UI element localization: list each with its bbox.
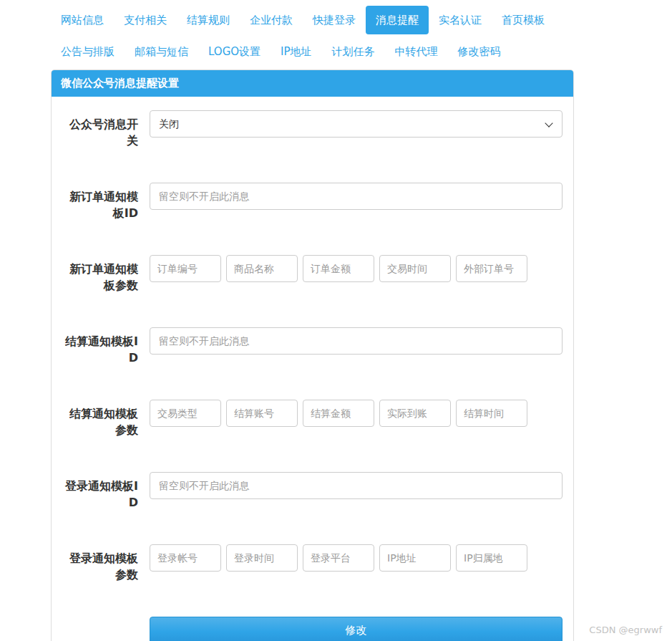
settle-param-input-1[interactable]	[150, 400, 221, 427]
tab-ip-address[interactable]: IP地址	[271, 37, 321, 66]
nav-row-2: 公告与排版 邮箱与短信 LOGO设置 IP地址 计划任务 中转代理 修改密码	[51, 37, 672, 66]
tab-enterprise-pay[interactable]: 企业付款	[240, 6, 303, 34]
order-param-input-1[interactable]	[150, 255, 221, 282]
field-label-settle-params: 结算通知模板参数	[62, 400, 138, 438]
wechat-notify-panel: 微信公众号消息提醒设置 公众号消息开关 关闭 新订单通知模板ID 新订单通知模板…	[51, 69, 574, 641]
form-row-settle-template-id: 结算通知模板ID	[62, 327, 563, 366]
order-template-id-input[interactable]	[150, 183, 563, 210]
settings-nav: 网站信息 支付相关 结算规则 企业付款 快捷登录 消息提醒 实名认证 首页模板 …	[51, 6, 672, 66]
form-row-settle-params: 结算通知模板参数	[62, 400, 563, 438]
tab-payment[interactable]: 支付相关	[114, 6, 177, 34]
login-param-input-4[interactable]	[379, 544, 451, 572]
panel-title: 微信公众号消息提醒设置	[52, 70, 573, 97]
tab-settle-rules[interactable]: 结算规则	[177, 6, 240, 34]
save-button[interactable]: 修改	[150, 617, 563, 641]
login-param-input-2[interactable]	[226, 544, 298, 572]
settle-template-id-input[interactable]	[150, 327, 563, 355]
tab-change-password[interactable]: 修改密码	[448, 37, 511, 66]
form-row-switch: 公众号消息开关 关闭	[62, 110, 563, 149]
panel-body: 公众号消息开关 关闭 新订单通知模板ID 新订单通知模板参数	[52, 97, 573, 641]
switch-select-wrap: 关闭	[150, 110, 563, 149]
order-param-input-2[interactable]	[226, 255, 298, 282]
field-label-login-params: 登录通知模板参数	[62, 544, 138, 583]
order-param-input-4[interactable]	[379, 255, 451, 282]
form-row-login-template-id: 登录通知模板ID	[62, 472, 563, 511]
tab-home-template[interactable]: 首页模板	[492, 6, 555, 34]
tab-mail-sms[interactable]: 邮箱与短信	[125, 37, 198, 66]
form-row-order-params: 新订单通知模板参数	[62, 255, 563, 294]
field-label-login-id: 登录通知模板ID	[62, 472, 138, 511]
login-param-input-3[interactable]	[303, 544, 374, 572]
settle-param-input-4[interactable]	[379, 400, 451, 427]
settle-param-input-2[interactable]	[226, 400, 298, 427]
tab-site-info[interactable]: 网站信息	[51, 6, 114, 34]
message-switch-select[interactable]: 关闭	[150, 110, 563, 138]
order-param-input-3[interactable]	[303, 255, 374, 282]
field-label-switch: 公众号消息开关	[62, 110, 138, 149]
form-row-login-params: 登录通知模板参数	[62, 544, 563, 583]
submit-label-spacer	[62, 617, 138, 641]
login-template-id-input[interactable]	[150, 472, 563, 499]
field-label-settle-id: 结算通知模板ID	[62, 327, 138, 366]
tab-relay-proxy[interactable]: 中转代理	[385, 37, 448, 66]
tab-quick-login[interactable]: 快捷登录	[303, 6, 366, 34]
form-row-submit: 修改	[62, 617, 563, 641]
field-label-order-id: 新订单通知模板ID	[62, 183, 138, 221]
watermark: CSDN @egrwwf	[589, 625, 662, 635]
field-label-order-params: 新订单通知模板参数	[62, 255, 138, 294]
tab-cron-tasks[interactable]: 计划任务	[322, 37, 385, 66]
tab-notice-layout[interactable]: 公告与排版	[51, 37, 125, 66]
tab-message-notify[interactable]: 消息提醒	[366, 6, 429, 34]
settle-param-input-5[interactable]	[456, 400, 527, 427]
nav-row-1: 网站信息 支付相关 结算规则 企业付款 快捷登录 消息提醒 实名认证 首页模板	[51, 6, 672, 34]
login-param-input-1[interactable]	[150, 544, 221, 572]
tab-logo-settings[interactable]: LOGO设置	[198, 37, 271, 66]
form-row-order-template-id: 新订单通知模板ID	[62, 183, 563, 221]
tab-real-name[interactable]: 实名认证	[429, 6, 492, 34]
login-param-input-5[interactable]	[456, 544, 527, 572]
order-param-input-5[interactable]	[456, 255, 527, 282]
settle-param-input-3[interactable]	[303, 400, 374, 427]
